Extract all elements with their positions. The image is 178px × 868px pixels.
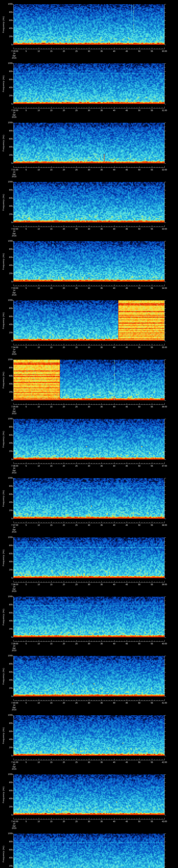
x-axis-tick-label: 10: [37, 346, 40, 349]
x-axis-tick-label: 15: [50, 287, 52, 289]
y-axis-tick-label: 200: [4, 154, 12, 156]
x-axis-tick-label: 35: [100, 228, 103, 230]
y-axis-tick-label: 600: [4, 789, 12, 792]
x-axis-tick-label: 55: [151, 346, 153, 349]
x-axis-tick-label: 40: [113, 346, 115, 349]
x-axis-end-time: 37:00: [162, 465, 167, 467]
y-axis-tick-label: 400: [4, 501, 12, 503]
x-axis-tick-label: 20: [63, 50, 65, 53]
y-axis-tick-label: 0: [4, 43, 12, 46]
y-axis-tick-label: 400: [4, 679, 12, 681]
x-axis-tick-label: 5: [26, 465, 27, 467]
y-axis-tick-label: 200: [4, 450, 12, 453]
y-axis-tick-label: 400: [4, 264, 12, 267]
y-axis-tick-label: 200: [4, 746, 12, 749]
x-axis-tick-label: 25: [75, 346, 78, 349]
x-axis-tick-label: 50: [138, 50, 141, 53]
y-axis-label: Frequency (Hz): [2, 312, 5, 329]
y-axis-tick-label: 0: [4, 103, 12, 105]
x-axis-tick-label: 50: [138, 287, 141, 289]
y-axis-tick-label: 1000: [4, 773, 12, 775]
y-axis-tick-label: 400: [4, 620, 12, 622]
x-axis-tick-label: 30: [88, 50, 90, 53]
y-axis-label: Frequency (Hz): [2, 786, 5, 803]
x-axis-tick-label: 20: [63, 761, 65, 764]
x-axis-end-time: 31:00: [162, 110, 167, 112]
x-axis-tick-label: 45: [125, 110, 128, 112]
x-axis-tick-label: 45: [125, 169, 128, 171]
y-axis-tick-label: 0: [4, 340, 12, 342]
x-axis-tick-label: 35: [100, 584, 103, 586]
x-axis-tick-label: 25: [75, 820, 78, 823]
spectrogram-panel: Frequency (Hz) 7:35:00 36:00 14 Apr 2015…: [0, 355, 178, 415]
y-axis-label: Frequency (Hz): [2, 609, 5, 625]
x-axis-tick-label: 35: [100, 761, 103, 764]
x-axis-tick-label: 30: [88, 346, 90, 349]
x-axis-tick-label: 30: [88, 169, 90, 171]
x-axis-tick-label: 55: [151, 228, 153, 230]
x-axis-tick-label: 40: [113, 169, 115, 171]
x-axis-tick-label: 30: [88, 406, 90, 408]
spectrogram-panel: Frequency (Hz) 7:42:00 43:00 14 Apr 2015…: [0, 770, 178, 830]
x-axis-tick-label: 5: [26, 169, 27, 171]
x-axis-tick-label: 25: [75, 228, 78, 230]
x-axis-tick-label: 25: [75, 287, 78, 289]
y-axis-tick-label: 1000: [4, 240, 12, 242]
y-axis-tick-label: 600: [4, 315, 12, 318]
x-axis-end-time: 30:00: [162, 50, 167, 53]
x-axis-tick-label: 25: [75, 50, 78, 53]
x-axis-tick-label: 35: [100, 465, 103, 467]
y-axis-tick-label: 600: [4, 197, 12, 199]
spectrogram-panel: Frequency (Hz) 7:40:00 41:00 14 Apr 2015…: [0, 652, 178, 711]
date-year: 2015: [12, 649, 17, 652]
x-axis-tick-label: 35: [100, 702, 103, 704]
y-axis-tick-label: 400: [4, 798, 12, 800]
y-axis-tick-label: 200: [4, 35, 12, 38]
x-axis-tick-label: 10: [37, 465, 40, 467]
spectrogram-panel: Frequency (Hz) 7:36:00 37:00 14 Apr 2015…: [0, 415, 178, 474]
x-axis-tick-label: 25: [75, 761, 78, 764]
y-axis-tick-label: 200: [4, 628, 12, 630]
x-axis-tick-label: 20: [63, 584, 65, 586]
date-year: 2015: [12, 57, 17, 59]
y-axis-tick-label: 1000: [4, 595, 12, 598]
y-axis-tick-label: 0: [4, 814, 12, 816]
spectrogram-panel: Frequency (Hz) 7:38:00 39:00 14 Apr 2015…: [0, 533, 178, 592]
x-axis-tick-label: 55: [151, 584, 153, 586]
y-axis-tick-label: 1000: [4, 714, 12, 716]
x-axis-end-time: 36:00: [162, 406, 167, 408]
y-axis-tick-label: 800: [4, 485, 12, 487]
x-axis-tick-label: 50: [138, 228, 141, 230]
x-axis-tick-label: 15: [50, 584, 52, 586]
date-year: 2015: [12, 590, 17, 592]
y-axis-tick-label: 1000: [4, 832, 12, 835]
x-axis-tick-label: 40: [113, 465, 115, 467]
y-axis-tick-label: 200: [4, 569, 12, 571]
x-axis-tick-label: 55: [151, 643, 153, 645]
x-axis-tick-label: 15: [50, 524, 52, 526]
y-axis-tick-label: 800: [4, 781, 12, 784]
x-axis-tick-label: 25: [75, 584, 78, 586]
x-axis-tick-label: 10: [37, 643, 40, 645]
x-axis-tick-label: 45: [125, 702, 128, 704]
x-axis-tick-label: 30: [88, 584, 90, 586]
x-axis-tick-label: 15: [50, 820, 52, 823]
x-axis-tick-label: 25: [75, 524, 78, 526]
x-axis-end-time: 34:00: [162, 287, 167, 289]
y-axis-label: Frequency (Hz): [2, 194, 5, 211]
x-axis-tick-label: 30: [88, 820, 90, 823]
x-axis-tick-label: 35: [100, 287, 103, 289]
y-axis-tick-label: 1000: [4, 299, 12, 301]
y-axis-tick-label: 1000: [4, 3, 12, 5]
x-axis-tick-label: 5: [26, 110, 27, 112]
spectrogram-panel: Frequency (Hz) 7:30:00 31:00 14 Apr 2015…: [0, 59, 178, 119]
y-axis-tick-label: 1000: [4, 655, 12, 657]
x-axis-tick-label: 30: [88, 465, 90, 467]
x-axis-tick-label: 5: [26, 820, 27, 823]
x-axis-end-time: 39:00: [162, 584, 167, 586]
date-year: 2015: [12, 353, 17, 355]
date-year: 2015: [12, 176, 17, 178]
x-axis-tick-label: 25: [75, 702, 78, 704]
y-axis-label: Frequency (Hz): [2, 75, 5, 92]
y-axis-tick-label: 200: [4, 272, 12, 275]
